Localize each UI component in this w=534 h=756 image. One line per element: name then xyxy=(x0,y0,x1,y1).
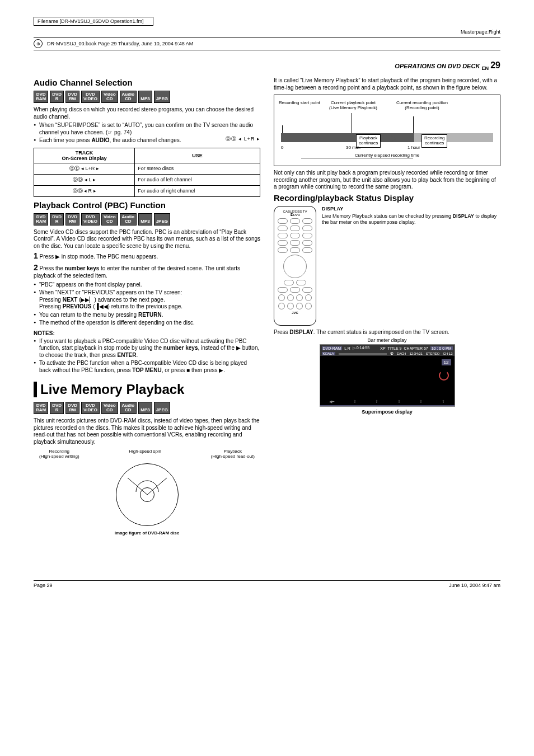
superimpose-label: Superimpose display xyxy=(274,409,500,415)
audio-bullet-2: Each time you press AUDIO, the audio cha… xyxy=(34,137,260,144)
page-footer: Page 29 June 10, 2004 9:47 am xyxy=(34,580,500,588)
book-line-text: DR-MV1SUJ_00.book Page 29 Thursday, June… xyxy=(47,41,193,46)
section-header: OPERATIONS ON DVD DECK EN 29 xyxy=(34,60,500,71)
heading-live-memory: Live Memory Playback xyxy=(34,382,260,397)
pbc-note-2: To activate the PBC function when a PBC-… xyxy=(34,360,260,374)
register-mark-icon: ⊕ xyxy=(34,39,43,48)
book-header-line: ⊕ DR-MV1SUJ_00.book Page 29 Thursday, Ju… xyxy=(34,37,500,50)
remote-control-diagram: CABLE/DBS TV ⦿DVD JVC xyxy=(274,206,316,326)
press-display-text: Press DISPLAY. The current status is sup… xyxy=(274,329,500,336)
pbc-bullet-3: You can return to the menu by pressing R… xyxy=(34,312,260,319)
track-table: TRACKOn-Screen DisplayUSE ⓄⒹ ◂ L+R ▸For … xyxy=(34,148,260,197)
badge-audio-cd: AudioCD xyxy=(120,91,137,103)
pbc-bullet-1: “PBC” appears on the front display panel… xyxy=(34,281,260,289)
display-text: Live Memory Playback status can be check… xyxy=(322,213,500,226)
bar-meter-label: Bar meter display xyxy=(274,337,500,343)
pbc-bullet-2: When “NEXT” or “PREVIOUS” appears on the… xyxy=(34,289,260,311)
badge-dvd-r: DVDR xyxy=(50,91,64,103)
dvd-ram-diagram: Recording(High-speed writing) High-speed… xyxy=(34,449,260,536)
pbc-intro: Some Video CD discs support the PBC func… xyxy=(34,229,260,250)
format-badges-1: DVDRAM DVDR DVDRW DVDVIDEO VideoCD Audio… xyxy=(34,91,260,103)
badge-mp3: MP3 xyxy=(138,91,152,103)
timeline-diagram: Current playback point(Live Memory Playb… xyxy=(274,95,500,166)
heading-status-display: Recording/playback Status Display xyxy=(274,193,500,203)
audio-intro: When playing discs on which you recorded… xyxy=(34,106,260,120)
format-badges-3: DVDRAM DVDR DVDRW DVDVIDEO VideoCD Audio… xyxy=(34,402,260,414)
audio-indicator-icon: ⓄⒹ ◂ L+R ▸ xyxy=(226,136,260,142)
badge-dvd-ram: DVDRAM xyxy=(34,91,48,103)
masterpage-label: Masterpage:Right xyxy=(461,29,500,35)
pbc-step-1: 1 Press ▶ in stop mode. The PBC menu app… xyxy=(34,251,260,261)
badge-dvd-video: DVDVIDEO xyxy=(81,91,100,103)
right-intro: It is called “Live Memory Playback” to s… xyxy=(274,77,500,91)
badge-video-cd: VideoCD xyxy=(101,91,118,103)
heading-pbc: Playback Control (PBC) Function xyxy=(34,200,260,210)
remote-brand: JVC xyxy=(292,311,298,314)
pbc-bullet-4: The method of the operation is different… xyxy=(34,320,260,327)
display-heading: DISPLAY xyxy=(322,206,343,212)
filename-box: Filename [DR-MV1SUJ_05DVD Operation1.fm] xyxy=(34,17,153,26)
heading-audio-channel: Audio Channel Selection xyxy=(34,78,260,87)
pbc-note-1: If you want to playback a PBC-compatible… xyxy=(34,338,260,359)
badge-jpeg: JPEG xyxy=(154,91,170,103)
disc-icon xyxy=(116,463,179,526)
format-badges-2: DVDRAM DVDR DVDRW DVDVIDEO VideoCD Audio… xyxy=(34,213,260,226)
pbc-step-2: 2 Press the number keys to enter the num… xyxy=(34,263,260,280)
right-after: Not only can this unit play back a progr… xyxy=(274,170,500,191)
notes-heading: NOTES: xyxy=(34,330,260,336)
bar-meter-display: DVD-RAM L R ▷ 0:14:55 XP TITLE 9 CHAPTER… xyxy=(320,344,455,407)
badge-dvd-rw: DVDRW xyxy=(65,91,79,103)
audio-bullet-1: When “SUPERIMPOSE” is set to “AUTO”, you… xyxy=(34,122,260,136)
live-intro: This unit records pictures onto DVD-RAM … xyxy=(34,417,260,445)
